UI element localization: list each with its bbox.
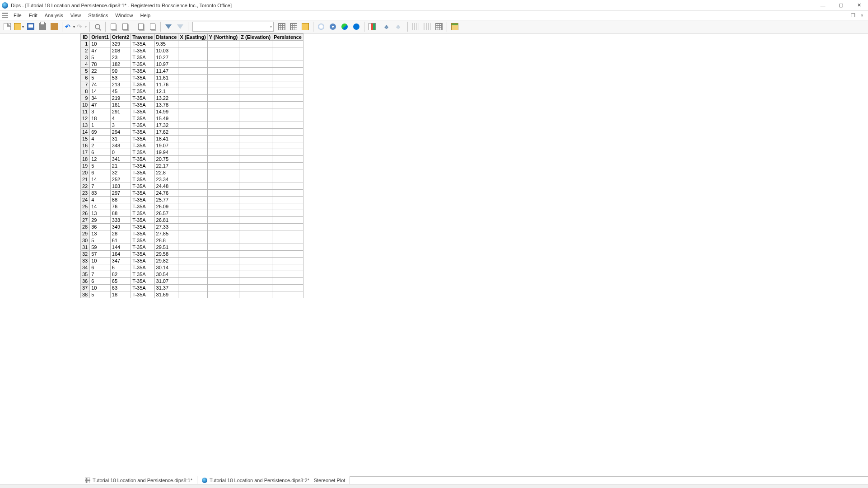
table-row[interactable]: 478182T-35A10.97	[81, 61, 303, 68]
data-cell[interactable]: 34	[90, 95, 111, 102]
data-cell[interactable]	[239, 156, 272, 163]
data-cell[interactable]	[239, 176, 272, 183]
data-cell[interactable]	[239, 129, 272, 136]
doc-copy-button[interactable]	[108, 21, 119, 32]
table-row[interactable]: 1469294T-35A17.62	[81, 129, 303, 136]
data-cell[interactable]: 219	[110, 95, 131, 102]
data-cell[interactable]: 291	[110, 108, 131, 115]
row-id-cell[interactable]: 17	[81, 149, 90, 156]
layout-button[interactable]	[288, 21, 299, 32]
table-row[interactable]: 2729333T-35A26.81	[81, 217, 303, 224]
row-id-cell[interactable]: 32	[81, 251, 90, 258]
data-cell[interactable]: 13	[90, 230, 111, 237]
data-cell[interactable]	[239, 102, 272, 108]
data-cell[interactable]: 47	[90, 47, 111, 54]
data-cell[interactable]	[272, 169, 303, 176]
data-cell[interactable]	[207, 264, 239, 271]
data-cell[interactable]	[272, 224, 303, 230]
tree-button[interactable]	[383, 21, 393, 32]
data-cell[interactable]: 36	[90, 224, 111, 230]
table-header-row[interactable]: ID Orient1 Orient2 Traverse Distance X (…	[81, 34, 303, 41]
table-row[interactable]: 3257164T-35A29.58	[81, 251, 303, 258]
data-cell[interactable]	[239, 169, 272, 176]
col-x-easting[interactable]: X (Easting)	[178, 34, 207, 41]
data-cell[interactable]	[207, 136, 239, 142]
data-cell[interactable]: 7	[90, 183, 111, 190]
data-cell[interactable]	[272, 115, 303, 122]
data-cell[interactable]: 13.78	[154, 102, 178, 108]
row-id-cell[interactable]: 13	[81, 122, 90, 129]
filter-button[interactable]	[163, 21, 174, 32]
col-traverse[interactable]: Traverse	[131, 34, 154, 41]
col-orient2[interactable]: Orient2	[110, 34, 131, 41]
new-file-button[interactable]	[2, 21, 13, 32]
row-id-cell[interactable]: 1	[81, 41, 90, 47]
data-cell[interactable]: 27.85	[154, 230, 178, 237]
data-cell[interactable]: 90	[110, 68, 131, 75]
data-cell[interactable]: 74	[90, 81, 111, 88]
data-cell[interactable]: 21	[110, 163, 131, 169]
data-cell[interactable]	[178, 75, 207, 81]
data-cell[interactable]	[272, 61, 303, 68]
mdi-restore-button[interactable]: ❐	[849, 13, 857, 19]
data-cell[interactable]	[207, 190, 239, 197]
data-cell[interactable]	[207, 81, 239, 88]
data-cell[interactable]	[178, 108, 207, 115]
data-cell[interactable]	[272, 95, 303, 102]
data-cell[interactable]	[178, 156, 207, 163]
data-cell[interactable]: T-35A	[131, 258, 154, 264]
data-cell[interactable]: T-35A	[131, 115, 154, 122]
data-cell[interactable]	[239, 142, 272, 149]
data-cell[interactable]: T-35A	[131, 68, 154, 75]
data-cell[interactable]	[207, 122, 239, 129]
data-cell[interactable]	[272, 183, 303, 190]
data-cell[interactable]: 17.62	[154, 129, 178, 136]
data-cell[interactable]	[178, 88, 207, 95]
data-cell[interactable]	[239, 217, 272, 224]
row-id-cell[interactable]: 2	[81, 47, 90, 54]
data-cell[interactable]	[207, 285, 239, 291]
data-cell[interactable]: 31	[110, 136, 131, 142]
row-id-cell[interactable]: 19	[81, 163, 90, 169]
data-cell[interactable]	[239, 163, 272, 169]
data-cell[interactable]: T-35A	[131, 203, 154, 210]
data-cell[interactable]	[207, 47, 239, 54]
data-cell[interactable]	[207, 95, 239, 102]
data-cell[interactable]	[207, 169, 239, 176]
row-id-cell[interactable]: 14	[81, 129, 90, 136]
table-row[interactable]: 934219T-35A13.22	[81, 95, 303, 102]
data-cell[interactable]: T-35A	[131, 169, 154, 176]
table-row[interactable]: 227103T-35A24.48	[81, 183, 303, 190]
data-cell[interactable]: T-35A	[131, 190, 154, 197]
data-cell[interactable]: 18	[90, 115, 111, 122]
data-cell[interactable]: T-35A	[131, 285, 154, 291]
row-id-cell[interactable]: 29	[81, 230, 90, 237]
data-cell[interactable]	[178, 115, 207, 122]
table-row[interactable]: 2114252T-35A23.34	[81, 176, 303, 183]
data-cell[interactable]	[239, 136, 272, 142]
data-cell[interactable]: T-35A	[131, 224, 154, 230]
data-cell[interactable]: 29.82	[154, 258, 178, 264]
data-cell[interactable]: T-35A	[131, 88, 154, 95]
data-cell[interactable]: 10.27	[154, 54, 178, 61]
data-cell[interactable]	[178, 47, 207, 54]
row-id-cell[interactable]: 18	[81, 156, 90, 163]
data-cell[interactable]	[272, 129, 303, 136]
menu-view[interactable]: View	[67, 12, 85, 19]
data-cell[interactable]	[272, 163, 303, 169]
data-cell[interactable]	[239, 81, 272, 88]
data-cell[interactable]	[272, 176, 303, 183]
filter-clear-button[interactable]	[175, 21, 186, 32]
data-cell[interactable]: T-35A	[131, 95, 154, 102]
row-id-cell[interactable]: 12	[81, 115, 90, 122]
table-row[interactable]: 52290T-35A11.47	[81, 68, 303, 75]
data-cell[interactable]: 22.17	[154, 163, 178, 169]
row-id-cell[interactable]: 6	[81, 75, 90, 81]
data-cell[interactable]: 78	[90, 61, 111, 68]
row-id-cell[interactable]: 28	[81, 224, 90, 230]
data-cell[interactable]: 29	[90, 217, 111, 224]
data-cell[interactable]	[207, 251, 239, 258]
data-cell[interactable]: 4	[90, 197, 111, 203]
data-cell[interactable]	[272, 258, 303, 264]
menu-help[interactable]: Help	[136, 12, 154, 19]
